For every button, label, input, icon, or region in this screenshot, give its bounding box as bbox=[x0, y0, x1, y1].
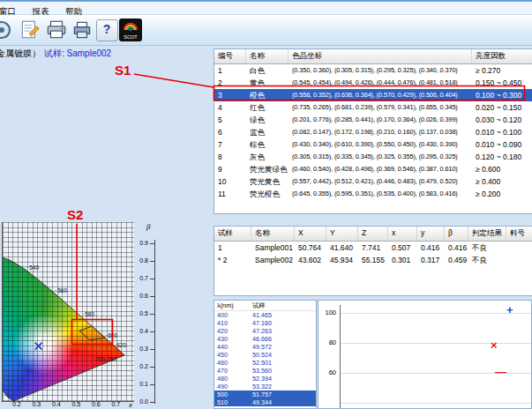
standard-chromaticity-coords: (0.430, 0.340), (0.610, 0.390), (0.550, … bbox=[288, 138, 472, 151]
edit-report-button[interactable] bbox=[18, 18, 42, 42]
spectral-row[interactable]: 51049.344 bbox=[214, 398, 316, 406]
beta-scale: β 0.90.80.70.60.50.40.30.20.10.0 bbox=[134, 222, 164, 409]
tolerance-region-quad bbox=[79, 326, 105, 339]
spectral-sample-value: 47.160 bbox=[250, 319, 316, 327]
x-axis-title: x bbox=[129, 401, 132, 409]
col-header-wavelength[interactable]: λ(nm) bbox=[214, 301, 250, 310]
sample-row[interactable]: * 2Sample00243.60245.93455.1550.3010.317… bbox=[214, 254, 532, 266]
standard-chromaticity-coords: (0.735, 0.265), (0.681, 0.239), (0.579, … bbox=[288, 101, 472, 114]
wavelength-value: 480 bbox=[214, 375, 250, 383]
spectral-row[interactable]: 41047.160 bbox=[214, 319, 316, 327]
print-button[interactable] bbox=[44, 18, 69, 42]
spectral-locus-outline bbox=[3, 255, 124, 401]
spectral-row[interactable]: 45050.524 bbox=[214, 351, 316, 359]
scot-button[interactable]: SCOT bbox=[118, 18, 143, 42]
beta-tick-label: 0.1 bbox=[134, 381, 148, 387]
beta-tick-label: 0.9 bbox=[134, 240, 148, 246]
standard-id: 6 bbox=[214, 126, 246, 138]
spectral-row[interactable]: 42047.263 bbox=[214, 327, 316, 335]
standard-luminance-factor: 0.010 ~ 0.090 bbox=[472, 138, 532, 151]
standard-chromaticity-coords: (0.558, 0.352), (0.636, 0.364), (0.570, … bbox=[288, 89, 472, 101]
col-header-judgment[interactable]: 判定结果 bbox=[468, 227, 506, 241]
standard-luminance-factor: ≥ 0.400 bbox=[472, 175, 532, 188]
col-header-y[interactable]: y bbox=[417, 227, 445, 241]
col-header-sample[interactable]: 试样 bbox=[214, 227, 251, 241]
standards-row[interactable]: 1白色(0.350, 0.360), (0.305, 0.315), (0.29… bbox=[214, 64, 532, 77]
col-header-chromaticity[interactable]: 色品坐标 bbox=[288, 49, 472, 63]
col-header-luminance-factor[interactable]: 亮度因数 bbox=[472, 49, 532, 63]
toolbar: ? SCOT bbox=[0, 15, 532, 46]
standards-row[interactable]: 4红色(0.735, 0.265), (0.681, 0.239), (0.57… bbox=[214, 101, 532, 114]
spectral-row[interactable]: 44049.572 bbox=[214, 343, 316, 351]
spectral-sample-value: 46.666 bbox=[250, 335, 316, 343]
x-axis-tick-label: 0.2 bbox=[12, 401, 21, 407]
sample-row[interactable]: 1Sample00150.76441.6407.7410.5070.4160.4… bbox=[214, 242, 532, 254]
col-header-x[interactable]: x bbox=[388, 227, 417, 241]
col-header-X[interactable]: X bbox=[295, 227, 326, 241]
standards-row[interactable]: 8灰色(0.305, 0.315), (0.335, 0.345), (0.32… bbox=[214, 151, 532, 163]
col-header-sample-name[interactable]: 名称 bbox=[251, 227, 295, 241]
standards-table-panel: 编号 名称 色品坐标 亮度因数 1白色(0.350, 0.360), (0.30… bbox=[214, 48, 532, 214]
standards-row[interactable]: 6蓝色(0.082, 0.147), (0.172, 0.198), (0.21… bbox=[214, 126, 532, 138]
cie-plot-area: 540 560 580 600 620 700-780 bbox=[2, 222, 134, 402]
standard-chromaticity-coords: (0.557, 0.442), (0.512, 0.421), (0.446, … bbox=[288, 175, 472, 188]
spectral-row[interactable]: 48052.394 bbox=[214, 375, 316, 383]
standards-table-body: 1白色(0.350, 0.360), (0.305, 0.315), (0.29… bbox=[214, 64, 532, 200]
menu-bar: 窗口 报表 帮助 bbox=[0, 2, 532, 15]
col-header-Z[interactable]: Z bbox=[358, 227, 388, 241]
standard-id: 8 bbox=[214, 151, 246, 163]
standards-row[interactable]: 9荧光黄绿色(0.460, 0.540), (0.428, 0.496), (0… bbox=[214, 163, 532, 175]
spectral-row[interactable]: 40041.465 bbox=[214, 311, 316, 319]
chart-gridline bbox=[341, 403, 531, 404]
spectral-row[interactable]: 47053.560 bbox=[214, 367, 316, 375]
col-header-Y[interactable]: Y bbox=[326, 227, 358, 241]
samples-table-body: 1Sample00150.76441.6407.7410.5070.4160.4… bbox=[214, 242, 532, 266]
col-header-part-no[interactable]: 料号 bbox=[506, 227, 532, 241]
standard-color-name: 红色 bbox=[246, 101, 288, 114]
standards-row[interactable]: 5绿色(0.201, 0.776), (0.285, 0.441), (0.17… bbox=[214, 114, 532, 126]
standards-row[interactable]: 11荧光橙色(0.645, 0.355), (0.595, 0.351), (0… bbox=[214, 188, 532, 200]
spectral-chart-panel: 1008060 +×— bbox=[318, 300, 532, 409]
callout-s2-label: S2 bbox=[67, 207, 83, 222]
standard-luminance-factor: ≥ 0.200 bbox=[472, 188, 532, 200]
wavelength-value: 430 bbox=[214, 335, 250, 343]
spectral-sample-value: 49.344 bbox=[250, 398, 316, 406]
spectral-sample-value: 51.757 bbox=[250, 390, 316, 398]
colorimeter-app-window: 窗口 报表 帮助 bbox=[0, 0, 532, 409]
x-axis-tick-label: 0.6 bbox=[92, 401, 101, 407]
spectral-sample-value: 49.572 bbox=[250, 343, 316, 351]
spectral-row[interactable]: 46052.501 bbox=[214, 359, 316, 367]
standard-color-name: 蓝色 bbox=[246, 126, 288, 138]
wavelength-value: 460 bbox=[214, 359, 250, 367]
col-header-spectral-sample[interactable]: 试样 bbox=[250, 301, 316, 310]
target-icon bbox=[0, 19, 13, 41]
printer-icon bbox=[45, 19, 68, 41]
x-axis-tick-label: 0.5 bbox=[72, 401, 81, 407]
col-header-beta[interactable]: β bbox=[445, 227, 468, 241]
standard-luminance-factor: 0.030 ~ 0.120 bbox=[472, 114, 532, 126]
value-beta: 0.459 bbox=[445, 254, 468, 266]
x-axis-tick-label: 0.3 bbox=[33, 401, 41, 407]
beta-tick-label: 0.7 bbox=[134, 275, 148, 281]
standards-row[interactable]: 7棕色(0.430, 0.340), (0.610, 0.390), (0.55… bbox=[214, 138, 532, 151]
standard-chromaticity-coords: (0.305, 0.315), (0.335, 0.345), (0.325, … bbox=[288, 151, 472, 163]
x-axis-tick-label: 0.7 bbox=[112, 401, 121, 407]
col-header-id[interactable]: 编号 bbox=[214, 49, 246, 63]
spectral-row[interactable]: 43046.666 bbox=[214, 335, 316, 343]
print-preview-button[interactable] bbox=[70, 18, 94, 42]
standard-color-name: 棕色 bbox=[246, 138, 288, 151]
spectral-row[interactable]: 50051.757 bbox=[214, 390, 316, 398]
standards-row[interactable]: 2黄色(0.545, 0.454), (0.494, 0.426), (0.44… bbox=[214, 77, 532, 89]
standards-row[interactable]: 10荧光黄色(0.557, 0.442), (0.512, 0.421), (0… bbox=[214, 175, 532, 188]
value-y: 0.416 bbox=[417, 242, 445, 254]
standards-row[interactable]: 3橙色(0.558, 0.352), (0.636, 0.364), (0.57… bbox=[214, 89, 532, 101]
standard-luminance-factor: 0.100 ~ 0.300 bbox=[472, 89, 532, 101]
spectral-row[interactable]: 49053.322 bbox=[214, 383, 316, 390]
help-button[interactable]: ? bbox=[94, 18, 119, 42]
beta-axis-line bbox=[154, 240, 155, 404]
target-button[interactable] bbox=[0, 18, 14, 42]
judgment-result: 不良 bbox=[468, 242, 506, 254]
beta-tick-label: 0.2 bbox=[134, 363, 148, 369]
standard-color-name: 荧光黄色 bbox=[246, 175, 288, 188]
col-header-name[interactable]: 名称 bbox=[246, 49, 288, 63]
